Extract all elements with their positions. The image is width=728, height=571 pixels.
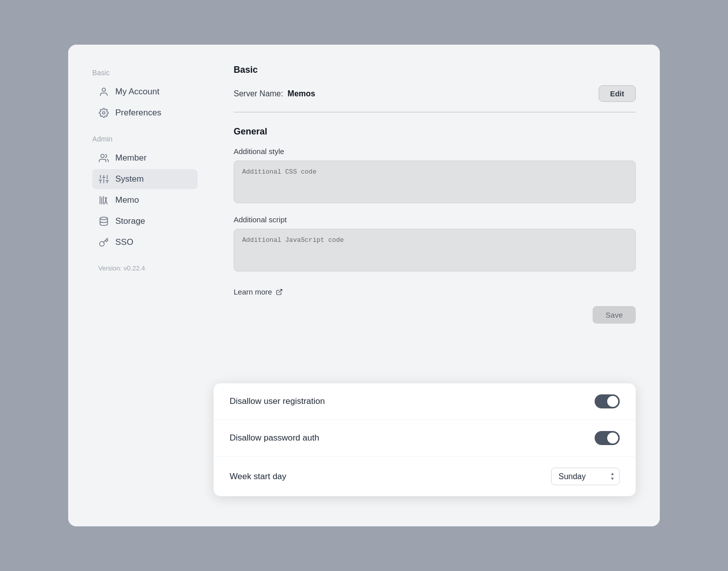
sidebar-item-member[interactable]: Member (92, 148, 198, 168)
server-name-value: Memos (288, 89, 315, 98)
svg-point-1 (103, 112, 105, 114)
additional-script-textarea[interactable] (234, 229, 636, 271)
sidebar-item-storage[interactable]: Storage (92, 211, 198, 231)
svg-point-0 (102, 88, 106, 92)
popup-overlay: Disallow user registration Disallow pass… (214, 383, 636, 496)
sidebar-basic-section: Basic My Account Preferences (92, 69, 198, 123)
disallow-password-label: Disallow password auth (230, 433, 319, 443)
toggle-knob-2 (607, 433, 618, 444)
additional-style-textarea[interactable] (234, 161, 636, 203)
sidebar-item-sso[interactable]: SSO (92, 232, 198, 252)
settings-card: Basic My Account Preferences (68, 45, 660, 526)
server-name-row: Server Name: Memos Edit (234, 85, 636, 112)
disallow-password-row: Disallow password auth (214, 420, 636, 457)
sidebar-item-sso-label: SSO (115, 237, 133, 247)
week-start-select-wrapper: Sunday Monday Tuesday Wednesday Thursday… (551, 468, 620, 485)
sidebar-admin-label: Admin (92, 135, 198, 143)
sidebar-item-preferences[interactable]: Preferences (92, 103, 198, 123)
library-icon (98, 195, 109, 206)
sidebar-basic-label: Basic (92, 69, 198, 77)
additional-style-label: Additional style (234, 147, 636, 156)
sidebar-item-preferences-label: Preferences (115, 108, 161, 118)
svg-point-2 (101, 155, 104, 158)
additional-script-label: Additional script (234, 215, 636, 224)
save-btn-row: Save (234, 306, 636, 324)
key-icon (98, 237, 109, 248)
basic-title: Basic (234, 65, 636, 75)
people-icon (98, 153, 109, 164)
external-link-icon (275, 288, 283, 296)
svg-point-15 (100, 217, 108, 220)
week-start-select[interactable]: Sunday Monday Tuesday Wednesday Thursday… (551, 468, 620, 485)
edit-button[interactable]: Edit (599, 85, 636, 102)
gear-icon (98, 107, 109, 118)
week-start-label: Week start day (230, 472, 286, 482)
sidebar-item-system[interactable]: System (92, 169, 198, 189)
disallow-registration-row: Disallow user registration (214, 383, 636, 420)
disallow-registration-toggle[interactable] (595, 394, 620, 408)
server-name-text: Server Name: Memos (234, 89, 315, 98)
sidebar-item-memo[interactable]: Memo (92, 190, 198, 210)
week-start-row: Week start day Sunday Monday Tuesday Wed… (214, 457, 636, 496)
svg-line-17 (279, 289, 282, 292)
database-icon (98, 216, 109, 227)
popup-card: Disallow user registration Disallow pass… (214, 383, 636, 496)
sliders-icon (98, 174, 109, 185)
disallow-password-toggle[interactable] (595, 431, 620, 445)
toggle-knob (607, 396, 618, 407)
sidebar-item-my-account[interactable]: My Account (92, 82, 198, 102)
sidebar-item-system-label: System (115, 174, 144, 184)
save-button[interactable]: Save (593, 306, 636, 324)
sidebar-admin-section: Admin Member (92, 135, 198, 252)
sidebar-item-memo-label: Memo (115, 195, 139, 205)
sidebar-item-my-account-label: My Account (115, 87, 159, 97)
version-label: Version: v0.22.4 (92, 264, 198, 272)
sidebar-item-storage-label: Storage (115, 216, 145, 226)
general-section: General Additional style Additional scri… (234, 126, 636, 273)
learn-more-link[interactable]: Learn more (234, 288, 636, 296)
person-icon (98, 86, 109, 97)
general-title: General (234, 126, 636, 137)
sidebar-item-member-label: Member (115, 153, 146, 163)
sidebar: Basic My Account Preferences (68, 45, 214, 526)
disallow-registration-label: Disallow user registration (230, 396, 325, 406)
